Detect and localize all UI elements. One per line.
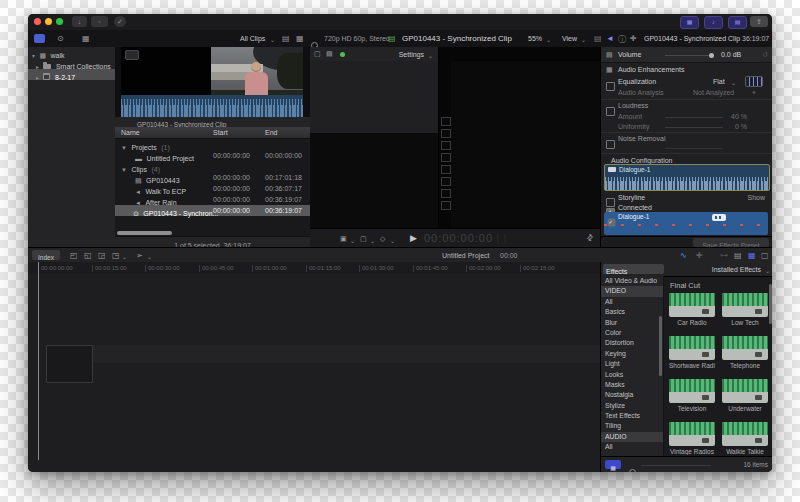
- effect-item[interactable]: Telephone: [722, 336, 768, 369]
- horizontal-scrollbar[interactable]: [117, 231, 172, 235]
- crop-button[interactable]: ▢: [360, 235, 367, 243]
- category-item[interactable]: Color: [601, 328, 663, 338]
- project-name[interactable]: Untitled Project: [442, 252, 489, 259]
- titles-browser-button[interactable]: ▤: [728, 16, 747, 29]
- audio-skimming-toggle-icon[interactable]: ✚: [696, 251, 703, 260]
- category-item[interactable]: Nostalgia: [601, 390, 663, 400]
- category-all-video-audio[interactable]: All Video & Audio: [601, 276, 663, 286]
- timeline-clip-placeholder[interactable]: [46, 345, 93, 383]
- link-icon[interactable]: ⊙: [57, 34, 64, 43]
- effects-search-icon[interactable]: [629, 462, 636, 472]
- media-sidebar-icon[interactable]: [34, 34, 45, 43]
- audio-enhancements-header[interactable]: ▦ Audio Enhancements: [601, 64, 772, 75]
- zoom-button[interactable]: [56, 18, 63, 25]
- category-item[interactable]: Basics: [601, 307, 663, 317]
- background-tasks-button[interactable]: ✓: [114, 16, 126, 27]
- uniformity-slider[interactable]: [665, 127, 723, 128]
- browser-sidebar-toggle-icon[interactable]: ▢: [761, 251, 769, 260]
- column-start[interactable]: Start: [213, 129, 228, 136]
- category-item[interactable]: Masks: [601, 380, 663, 390]
- audio-inspector-tab[interactable]: ◄: [606, 34, 614, 43]
- save-effects-preset-button[interactable]: Save Effects Preset: [693, 238, 769, 247]
- category-item[interactable]: Tiling: [601, 421, 663, 431]
- category-item[interactable]: Keying: [601, 349, 663, 359]
- effect-item[interactable]: Vintage Radios: [669, 422, 715, 455]
- solo-toggle-icon[interactable]: ⊶: [720, 251, 728, 260]
- list-view-icon[interactable]: ▦: [296, 34, 304, 43]
- play-button[interactable]: ▶: [410, 234, 417, 243]
- viewer-zoom-level[interactable]: 55%: [528, 35, 542, 42]
- effect-item[interactable]: Underwater: [722, 379, 768, 412]
- audio-component-badge[interactable]: [712, 214, 726, 221]
- photos-browser-button[interactable]: ▦: [680, 16, 699, 29]
- list-item-untitled-project[interactable]: ▬ Untitled Project 00:00:00:00 00:00:00:…: [115, 150, 310, 161]
- category-video-header[interactable]: VIDEO: [601, 286, 663, 296]
- clip-appearance-icon[interactable]: ▤: [734, 251, 742, 260]
- category-item[interactable]: Light: [601, 359, 663, 369]
- scope-type-icon[interactable]: ▤: [326, 50, 333, 58]
- tool-selector-button[interactable]: ➢: [136, 251, 143, 260]
- category-scrollbar[interactable]: [659, 316, 662, 376]
- index-button[interactable]: Index: [32, 250, 60, 260]
- wand-icon[interactable]: ✦: [751, 89, 757, 96]
- clips-grid-icon[interactable]: ▦: [82, 34, 90, 43]
- share-button[interactable]: ⇧: [750, 16, 768, 27]
- volume-slider[interactable]: [665, 55, 713, 56]
- audio-browser-button[interactable]: ♪: [704, 16, 723, 29]
- audio-channel-block-1[interactable]: Dialogue-1: [601, 164, 772, 190]
- import-media-button[interactable]: ↓: [72, 16, 87, 27]
- scope-layout-icon[interactable]: ▢: [314, 50, 321, 58]
- effect-item[interactable]: Walkie Talkie: [722, 422, 768, 455]
- playhead[interactable]: [38, 262, 39, 460]
- distort-button[interactable]: ◇: [380, 235, 385, 243]
- skimming-toggle-icon[interactable]: ∿: [680, 251, 687, 260]
- effect-item[interactable]: Television: [669, 379, 715, 412]
- expand-viewer-icon[interactable]: ⇄: [585, 233, 595, 243]
- category-item[interactable]: Text Effects: [601, 411, 663, 421]
- noise-amount-slider[interactable]: [665, 148, 723, 149]
- minimize-button[interactable]: [45, 18, 52, 25]
- timeline-body[interactable]: [28, 274, 600, 472]
- column-name[interactable]: Name: [121, 129, 140, 136]
- connect-edit-button[interactable]: ◰: [70, 251, 78, 260]
- transform-button[interactable]: ▣: [340, 235, 347, 243]
- audio-channel-block-2[interactable]: Dialogue-1: [601, 212, 772, 236]
- list-item-after-rain[interactable]: ◄ After Rain 00:00:00:00 00:36:19:07: [115, 194, 310, 205]
- overwrite-edit-button[interactable]: ◳: [112, 251, 120, 260]
- effects-active-button[interactable]: ▦: [605, 460, 621, 469]
- eq-window-button[interactable]: [745, 76, 763, 87]
- scopes-settings-menu[interactable]: Settings: [399, 51, 424, 58]
- info-inspector-tab[interactable]: ⓘ: [618, 34, 626, 45]
- category-audio-header[interactable]: AUDIO: [601, 432, 663, 442]
- column-end[interactable]: End: [265, 129, 277, 136]
- reset-icon[interactable]: ↺: [762, 51, 768, 58]
- effect-item[interactable]: Car Radio: [669, 293, 715, 326]
- effect-item[interactable]: Low Tech: [722, 293, 768, 326]
- clip-filmstrip[interactable]: [121, 47, 303, 95]
- installed-effects-filter[interactable]: Installed Effects: [712, 266, 761, 273]
- category-item[interactable]: Stylize: [601, 401, 663, 411]
- amount-slider[interactable]: [665, 117, 723, 118]
- effects-search-field[interactable]: [641, 465, 711, 466]
- storyline-show-toggle[interactable]: Show: [747, 194, 765, 201]
- eq-preset-value[interactable]: Flat: [713, 78, 725, 85]
- effects-panel-tab[interactable]: Effects: [603, 264, 664, 274]
- viewer-view-menu[interactable]: View: [562, 35, 577, 42]
- category-item[interactable]: Blur: [601, 318, 663, 328]
- filmstrip-view-icon[interactable]: ▤: [282, 34, 290, 43]
- list-item-synchronized-clip-selected[interactable]: ⊙ GP010443 - Synchron... 00:00:00:00 00:…: [115, 205, 310, 216]
- append-edit-button[interactable]: ◲: [98, 251, 106, 260]
- category-item[interactable]: Distortion: [601, 338, 663, 348]
- video-inspector-tab[interactable]: ▤: [594, 34, 602, 43]
- keyword-editor-button[interactable]: ◦: [91, 16, 108, 27]
- sidebar-item-event[interactable]: ▸ 8-2-17: [28, 69, 115, 80]
- effect-item[interactable]: Shortwave Radio: [669, 336, 715, 369]
- all-clips-filter[interactable]: All Clips: [240, 35, 265, 42]
- transform-inspector-tab[interactable]: ✚: [630, 34, 637, 43]
- effects-browser-toggle-icon[interactable]: ▦: [748, 251, 756, 260]
- effects-scrollbar[interactable]: [769, 284, 772, 324]
- category-item[interactable]: All: [601, 297, 663, 307]
- close-button[interactable]: [34, 18, 41, 25]
- category-item[interactable]: Looks: [601, 370, 663, 380]
- volume-value[interactable]: 0.0 dB: [721, 51, 741, 58]
